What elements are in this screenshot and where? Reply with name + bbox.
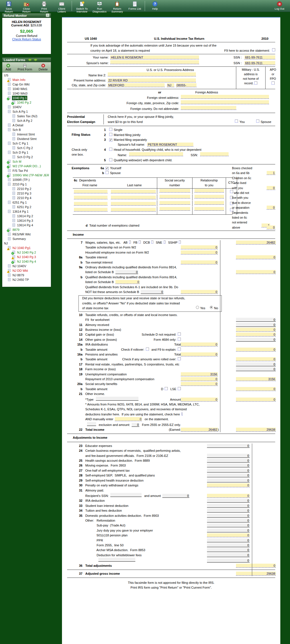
switch-interview-button[interactable]: Switch ToInterview xyxy=(73,1,91,13)
amount-field[interactable]: 29638 xyxy=(236,428,276,432)
amount-field[interactable]: 0 xyxy=(207,483,250,487)
amount-field[interactable]: 0 xyxy=(207,499,250,503)
print-form-button[interactable]: Print Form xyxy=(18,64,32,71)
dependent-relationship-field[interactable] xyxy=(194,201,224,205)
checkbox[interactable] xyxy=(165,387,168,390)
no-radio[interactable] xyxy=(210,306,213,309)
amount-field[interactable] xyxy=(96,397,138,401)
amount-field[interactable]: 26482 xyxy=(181,428,218,432)
checkbox[interactable] xyxy=(178,387,181,390)
tree-item-res-nr-wkt[interactable]: RES/NR Wkt xyxy=(2,232,51,237)
amount-field[interactable]: 0 xyxy=(207,514,250,518)
filing-option-single[interactable]: 1Single xyxy=(67,127,275,132)
amount-field[interactable]: 0 xyxy=(207,553,250,557)
run-diagnostics-button[interactable]: RunDiagnostics xyxy=(91,1,108,13)
amount-field[interactable] xyxy=(87,422,96,426)
nav-forward-icon[interactable] xyxy=(34,58,38,61)
foreign-street-field[interactable] xyxy=(181,95,269,99)
tree-item-2210-pg-1[interactable]: 2210 Pg 1 xyxy=(2,182,51,187)
amount-field[interactable]: 0 xyxy=(236,338,276,342)
tree-item-sch-m[interactable]: ✓Sch M xyxy=(2,159,51,164)
amount-field[interactable]: 0 xyxy=(207,518,250,522)
tree-item-sch-a-pg-2[interactable]: Sch A Pg 2 xyxy=(2,118,51,123)
dependent-first-name-field[interactable] xyxy=(74,202,107,206)
checkbox[interactable] xyxy=(178,338,181,341)
tree-item-cap-gn-wkt[interactable]: Cap Gn Wkt xyxy=(2,82,51,87)
exemption-yourself-checkbox[interactable] xyxy=(105,167,109,170)
filing-mfj-checkbox[interactable] xyxy=(109,133,112,136)
tree-item-interest-stmt[interactable]: Interest Stmt xyxy=(2,132,51,137)
nav-back-icon[interactable] xyxy=(28,58,32,61)
amount-field[interactable]: 0 xyxy=(207,444,250,448)
extension-statement-checkbox[interactable] xyxy=(272,48,275,51)
amount-field[interactable]: 3156 xyxy=(181,372,218,376)
dependent-relationship-field[interactable] xyxy=(194,207,224,211)
dependent-first-name-field[interactable] xyxy=(74,208,107,212)
exemption-count-field[interactable]: 1 xyxy=(267,171,275,175)
amount-field[interactable]: 3156 xyxy=(236,377,276,381)
dependent-ssn-field[interactable] xyxy=(160,189,190,193)
amount-field[interactable]: 0 xyxy=(236,328,276,332)
exemption-count-field[interactable]: 0 xyxy=(267,225,275,229)
return-summary-button[interactable]: ReturnSummary xyxy=(108,1,126,13)
dependent-last-name-field[interactable] xyxy=(111,202,156,206)
your-ssn-field[interactable]: 681-99-7611 xyxy=(245,55,275,59)
save-button[interactable]: SaveReturn xyxy=(0,1,18,13)
amount-field[interactable] xyxy=(98,558,135,562)
amount-field[interactable]: 0 xyxy=(207,454,250,458)
filing-hoh-checkbox[interactable] xyxy=(109,148,112,151)
amount-field[interactable]: 0 xyxy=(207,523,250,527)
amount-field[interactable]: 0 xyxy=(236,398,276,402)
amount-field[interactable]: 0 xyxy=(207,543,250,547)
tree-item-sch-d-pg-1[interactable]: Sch D Pg 1 xyxy=(2,150,51,155)
amount-field[interactable]: 0 xyxy=(207,509,250,513)
amount-field[interactable]: 0 xyxy=(181,290,218,294)
tree-item-nj-2450-tp[interactable]: NJ 2450 TP xyxy=(2,277,51,282)
foreign-city-field[interactable] xyxy=(181,100,269,104)
amount-field[interactable]: 0 xyxy=(236,564,276,568)
add-button[interactable]: Add xyxy=(5,64,11,71)
city-field[interactable]: MEDFORD xyxy=(108,83,165,87)
checkbox[interactable] xyxy=(146,348,149,351)
tree-item-sales-tax-nj-[interactable]: Sales Tax (NJ) xyxy=(2,114,51,118)
tree-item-nj-1040-pg-4[interactable]: ✓NJ 1040 Pg 4 xyxy=(2,259,51,264)
amount-field[interactable]: 29638 xyxy=(236,572,276,576)
checkbox[interactable] xyxy=(178,333,181,336)
dependent-ssn-field[interactable] xyxy=(160,201,190,205)
tree-item-1040-pg-2[interactable]: ✓1040 Pg 2 xyxy=(2,100,51,105)
dependent-first-name-field[interactable] xyxy=(74,190,107,193)
amount-field[interactable]: 0 xyxy=(236,270,276,274)
your-name-field[interactable]: HELEN E ROSEMONT xyxy=(110,55,199,59)
amount-field[interactable]: 0 xyxy=(236,255,276,259)
dependent-last-name-field[interactable] xyxy=(111,208,156,212)
tree-item-1040-wkt3[interactable]: 1040 Wkt3 xyxy=(2,91,51,96)
amount-field[interactable]: 0 xyxy=(207,459,250,463)
print-button[interactable]: PrintReturn xyxy=(35,1,53,13)
amount-field[interactable]: 0 xyxy=(207,504,250,508)
filing-option-hoh[interactable]: 4Head of household. Qualifying child, wh… xyxy=(67,147,275,152)
spouse-ssn-field[interactable]: 682-99-7611 xyxy=(245,61,275,65)
amount-field[interactable]: 0 xyxy=(207,494,250,498)
tree-item-6251-pg-1[interactable]: 6251 Pg 1 xyxy=(2,200,51,205)
tree-item-13614-pg-3[interactable]: 13614 Pg 3 xyxy=(2,218,51,223)
amount-field[interactable]: 0 xyxy=(115,417,142,421)
state-field[interactable]: NJ xyxy=(167,83,174,87)
logout-button[interactable]: Log Out xyxy=(271,1,288,10)
amount-field[interactable]: 0 xyxy=(236,357,276,361)
forms-list-button[interactable]: Forms List xyxy=(126,1,144,10)
checkbox[interactable] xyxy=(178,348,181,351)
qualifying-child-name-field[interactable] xyxy=(129,152,183,156)
tree-item-sch-c-pg-2[interactable]: Sch C Pg 2 xyxy=(2,146,51,150)
amount-field[interactable]: 0 xyxy=(207,533,250,537)
filing-mfs-checkbox[interactable] xyxy=(109,139,112,142)
tree-item-us[interactable]: US xyxy=(2,73,51,78)
home-address-field[interactable]: 22 RIVER RD xyxy=(108,78,196,82)
amount-field[interactable]: 0 xyxy=(207,469,250,472)
amount-field[interactable]: 0 xyxy=(181,260,218,264)
spouse-full-name-field[interactable]: PETER ROSEMONT xyxy=(147,143,193,147)
tree-item-2210-pg-2[interactable]: 2210 Pg 2 xyxy=(2,187,51,191)
tree-item-13614-pg-4[interactable]: 13614 Pg 4 xyxy=(2,223,51,227)
amount-field[interactable]: 0 xyxy=(207,559,250,563)
amount-field[interactable]: 0 xyxy=(236,323,276,327)
tree-item-nj-1040-pg-2[interactable]: ✓NJ 1040 Pg 2 xyxy=(2,250,51,255)
